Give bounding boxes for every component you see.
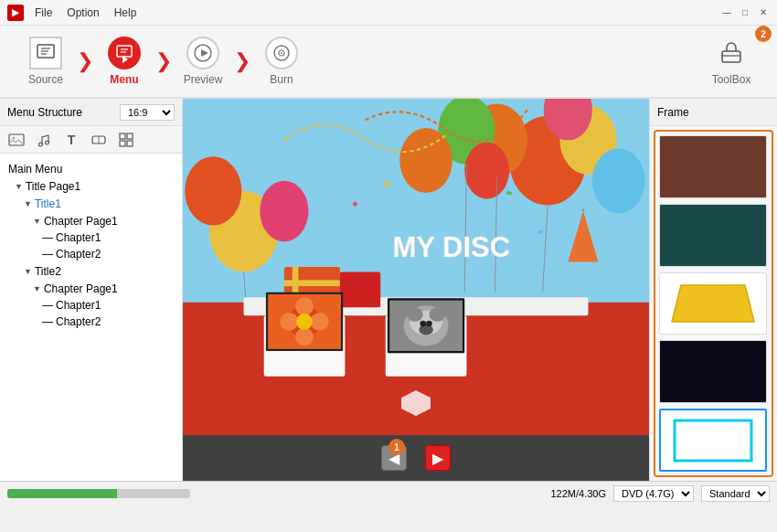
toolbox-icon <box>715 37 748 69</box>
title-bar-left: ▶ File Option Help <box>7 5 136 21</box>
disc-preview-svg: MY DISC <box>183 99 649 435</box>
edit-toolbar: T <box>0 126 182 154</box>
svg-marker-74 <box>672 285 754 322</box>
svg-rect-15 <box>9 134 24 145</box>
svg-marker-73 <box>401 390 431 416</box>
disc-type-select[interactable]: DVD (4.7G) DVD (8.5G) BD (25G) <box>613 485 694 502</box>
menu-icon <box>108 37 141 69</box>
svg-text:MY DISC: MY DISC <box>392 231 510 263</box>
toolbar-arrow-2: ❯ <box>155 49 172 73</box>
window-controls: — □ ✕ <box>720 6 770 19</box>
svg-point-16 <box>13 136 16 139</box>
tree-chapter1-2[interactable]: — Chapter1 <box>0 297 182 314</box>
toolbar-arrow-1: ❯ <box>77 49 93 73</box>
svg-point-52 <box>295 297 314 315</box>
toolbar-source[interactable]: Source <box>9 29 82 93</box>
toolbar-arrow-3: ❯ <box>234 49 250 73</box>
toolbar-preview[interactable]: Preview <box>166 29 239 93</box>
close-button[interactable]: ✕ <box>757 6 770 19</box>
svg-marker-9 <box>201 49 208 57</box>
tree-title1[interactable]: ▼ Title1 <box>0 195 182 212</box>
svg-point-64 <box>420 321 426 327</box>
left-panel: Menu Structure 16:9 4:3 T <box>0 99 183 481</box>
svg-rect-22 <box>127 133 133 139</box>
tree-main-menu[interactable]: Main Menu <box>0 157 182 177</box>
svg-point-54 <box>280 313 298 331</box>
svg-point-36 <box>399 128 452 193</box>
main-area: Menu Structure 16:9 4:3 T <box>0 99 777 481</box>
menu-bar: File Option Help <box>35 6 136 19</box>
svg-point-63 <box>419 325 433 335</box>
svg-point-18 <box>46 141 49 144</box>
minimize-button[interactable]: — <box>720 6 733 19</box>
svg-rect-48 <box>340 272 380 308</box>
source-icon <box>29 37 62 69</box>
svg-rect-23 <box>120 141 125 146</box>
toolbox-frame-header: Frame <box>650 99 777 126</box>
canvas-bottom-bar: 1 ◀ ▶ <box>183 435 649 481</box>
tree-chapter-page1-2[interactable]: ▼ Chapter Page1 <box>0 280 182 297</box>
tree-chapter-page1-1[interactable]: ▼ Chapter Page1 <box>0 212 182 229</box>
svg-point-65 <box>426 321 432 327</box>
svg-point-55 <box>311 313 329 331</box>
tree-panel: Main Menu ▼ Title Page1 ▼ Title1 <box>0 154 182 481</box>
svg-point-40 <box>260 181 308 242</box>
expand-icon: ▼ <box>24 267 32 276</box>
svg-rect-24 <box>127 141 133 146</box>
burn-label: Burn <box>270 73 293 86</box>
svg-rect-13 <box>722 51 740 62</box>
svg-point-61 <box>407 307 423 322</box>
tree-title-page1[interactable]: ▼ Title Page1 <box>0 177 182 195</box>
toolbar: Source ❯ Menu ❯ Preview ❯ Burn 2 ToolBox <box>0 26 777 99</box>
yellow-frame-icon <box>667 276 759 331</box>
svg-point-62 <box>429 307 445 322</box>
tree-chapter1-1[interactable]: — Chapter1 <box>0 229 182 246</box>
svg-rect-21 <box>120 133 125 139</box>
menu-help[interactable]: Help <box>114 6 137 19</box>
burn-icon <box>265 37 298 69</box>
add-music-button[interactable] <box>31 128 57 152</box>
add-text-button[interactable]: T <box>59 128 84 152</box>
next-button[interactable]: ▶ <box>425 445 451 471</box>
menu-structure-label: Menu Structure <box>7 106 82 119</box>
aspect-ratio-select[interactable]: 16:9 4:3 <box>120 104 175 121</box>
preview-icon <box>186 37 219 69</box>
menu-label: Menu <box>110 73 138 86</box>
svg-rect-47 <box>284 280 340 286</box>
expand-icon: ▼ <box>33 284 41 293</box>
add-button-button[interactable] <box>86 128 112 152</box>
svg-rect-75 <box>675 420 751 461</box>
app-icon: ▶ <box>7 5 24 21</box>
tree-chapter2-1[interactable]: — Chapter2 <box>0 246 182 262</box>
title-bar: ▶ File Option Help — □ ✕ <box>0 0 777 26</box>
preview-label: Preview <box>184 73 223 86</box>
progress-bar-fill <box>7 489 117 498</box>
menu-option[interactable]: Option <box>67 6 99 19</box>
svg-point-12 <box>281 52 282 54</box>
grid-button[interactable] <box>113 128 139 152</box>
menu-file[interactable]: File <box>35 6 52 19</box>
menu-structure-header: Menu Structure 16:9 4:3 <box>0 99 182 126</box>
tree-chapter2-2[interactable]: — Chapter2 <box>0 314 182 330</box>
frame-list <box>654 130 773 477</box>
tree-title2[interactable]: ▼ Title2 <box>0 262 182 280</box>
quality-select[interactable]: Standard High Low <box>701 485 770 502</box>
frame-item-teal[interactable] <box>659 204 767 267</box>
svg-point-39 <box>185 156 241 225</box>
cyan-frame-icon <box>667 413 759 468</box>
frame-item-yellow[interactable] <box>659 272 767 335</box>
toolbar-burn[interactable]: Burn <box>245 29 318 93</box>
expand-icon: ▼ <box>24 199 32 208</box>
maximize-button[interactable]: □ <box>739 6 751 19</box>
add-image-button[interactable] <box>4 128 29 152</box>
toolbar-toolbox[interactable]: 2 ToolBox <box>695 29 768 93</box>
hexagon-shape <box>399 388 432 418</box>
frame-item-dark[interactable] <box>659 340 767 403</box>
frame-item-cyan[interactable] <box>659 409 767 472</box>
toolbox-badge: 2 <box>755 26 772 42</box>
toolbar-menu[interactable]: Menu <box>88 29 161 93</box>
canvas-area[interactable]: MY DISC <box>183 99 649 435</box>
frame-item-brown[interactable] <box>659 135 767 198</box>
svg-point-17 <box>39 143 43 146</box>
svg-point-53 <box>295 328 314 346</box>
